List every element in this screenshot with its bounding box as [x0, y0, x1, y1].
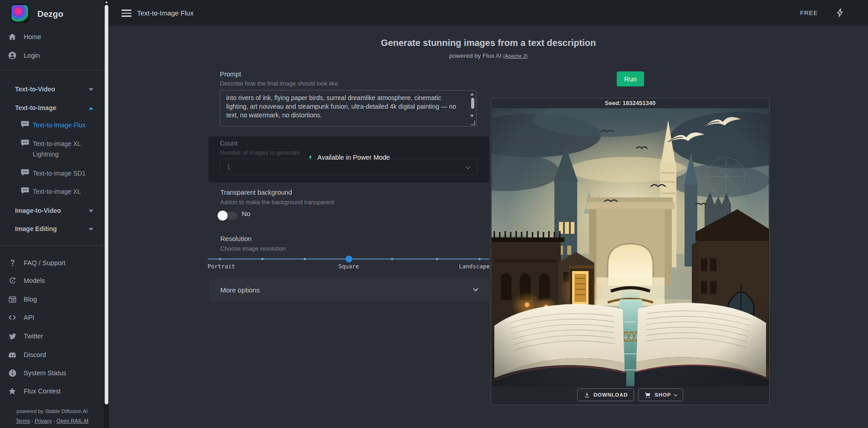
hamburger-menu-icon[interactable]	[122, 10, 132, 17]
sidebar-link-models[interactable]: Models	[0, 275, 104, 287]
chat-bubble-icon	[21, 139, 29, 146]
sidebar-link-system-status[interactable]: System Status	[0, 367, 104, 379]
power-mode-bolt-icon[interactable]	[835, 7, 845, 19]
open-rail-m-link[interactable]: Open RAIL-M	[56, 418, 88, 423]
sidebar-link-label: Models	[24, 277, 45, 284]
sidebar-section-text-to-image[interactable]: Text-to-Image	[0, 102, 104, 114]
resolution-slider[interactable]	[208, 255, 490, 263]
sidebar-link-discord[interactable]: Discord	[0, 349, 104, 361]
brand: Dezgo	[0, 0, 104, 27]
apache-license-link[interactable]: (Apache 2)	[503, 53, 528, 59]
shop-button[interactable]: SHOP	[638, 388, 683, 401]
sidebar: Dezgo Home Login Text-to-Video Text-to-I…	[0, 0, 104, 428]
textarea-scroll-down-icon[interactable]	[470, 115, 474, 117]
download-button[interactable]: DOWNLOAD	[577, 388, 634, 401]
sidebar-link-label: API	[24, 314, 34, 321]
section-label: Text-to-Image	[15, 104, 56, 111]
chat-bubble-icon	[21, 187, 29, 194]
sidebar-section-text-to-video[interactable]: Text-to-Video	[0, 84, 104, 96]
chevron-up-icon	[89, 107, 93, 110]
discord-icon	[7, 350, 17, 360]
page-title: Text-to-Image Flux	[137, 9, 193, 17]
terms-link[interactable]: Terms	[16, 418, 30, 423]
privacy-link[interactable]: Privacy	[35, 418, 52, 423]
resolution-label: Resolution	[220, 235, 252, 242]
resolution-description: Choose image resolution	[220, 245, 286, 252]
twitter-bird-icon	[7, 331, 17, 341]
nav-child-label: Text-to-image SD1	[33, 168, 89, 179]
subtitle-text: powered by Flux AI	[449, 52, 502, 59]
power-mode-badge: Available in Power Mode	[208, 153, 489, 161]
sidebar-item-home[interactable]: Home	[0, 31, 104, 43]
sidebar-link-faq[interactable]: FAQ / Support	[0, 257, 104, 269]
brand-name: Dezgo	[37, 9, 63, 19]
count-section: Count Number of images to generate 1 Ava…	[208, 136, 489, 182]
sidebar-link-label: Blog	[24, 296, 37, 303]
textarea-scroll-up-icon[interactable]	[470, 93, 474, 96]
scrollbar-thumb[interactable]	[105, 5, 108, 404]
slider-tick	[436, 258, 438, 260]
option-portrait[interactable]: Portrait	[208, 263, 235, 270]
nav-child-label: Text-to-image XL Lightning	[33, 139, 89, 160]
prompt-field-wrap: into rivers of ink, flying paper birds, …	[220, 90, 477, 126]
transparent-bg-value: No	[242, 210, 250, 217]
prompt-label: Prompt	[220, 70, 241, 78]
app-window: Dezgo Home Login Text-to-Video Text-to-I…	[0, 0, 868, 428]
sidebar-link-label: Twitter	[24, 332, 43, 340]
blog-news-icon	[7, 294, 17, 304]
lightning-bolt-icon	[308, 153, 314, 161]
more-options-accordion[interactable]: More options	[209, 279, 489, 302]
sidebar-scrollbar[interactable]	[104, 0, 109, 428]
download-icon	[584, 392, 590, 398]
page-heading: Generate stunning images from a text des…	[109, 38, 868, 48]
result-panel: Seed: 1832451340	[491, 98, 770, 405]
sidebar-item-label: Home	[24, 33, 41, 40]
sidebar-link-twitter[interactable]: Twitter	[0, 330, 104, 342]
textarea-scrollbar-thumb[interactable]	[471, 98, 474, 109]
slider-thumb[interactable]	[345, 256, 352, 262]
option-landscape[interactable]: Landscape	[459, 263, 490, 270]
question-icon	[7, 258, 17, 268]
login-person-icon	[7, 50, 17, 60]
info-icon	[7, 368, 17, 378]
result-actions: DOWNLOAD SHOP	[491, 388, 769, 401]
chevron-down-icon	[473, 286, 478, 291]
footer-separator: -	[31, 418, 33, 423]
scrollbar-up-arrow-icon[interactable]	[105, 1, 108, 3]
sidebar-link-blog[interactable]: Blog	[0, 293, 104, 305]
plan-badge: FREE	[800, 10, 818, 16]
sidebar-link-flux-contest[interactable]: Flux Contest	[0, 385, 104, 397]
cart-icon	[645, 392, 651, 398]
slider-tick	[391, 258, 393, 260]
generated-image[interactable]	[492, 108, 769, 386]
toggle-knob[interactable]	[218, 211, 228, 221]
sidebar-powered-by: powered by Stable Diffusion AI	[0, 408, 104, 414]
section-label: Image Editing	[15, 225, 57, 232]
run-button[interactable]: Run	[617, 71, 644, 86]
seed-bar: Seed: 1832451340	[491, 98, 769, 108]
sidebar-divider	[0, 70, 104, 70]
home-icon	[7, 32, 17, 42]
option-square[interactable]: Square	[338, 263, 359, 270]
slider-tick	[304, 258, 306, 260]
sidebar-link-label: System Status	[24, 369, 66, 377]
chevron-down-icon	[89, 210, 93, 212]
sidebar-link-label: FAQ / Support	[24, 259, 66, 267]
sidebar-link-label: Discord	[24, 351, 46, 358]
section-label: Image-to-Video	[15, 207, 61, 214]
code-brackets-icon	[7, 312, 17, 322]
sidebar-link-api[interactable]: API	[0, 312, 104, 323]
slider-tick	[261, 258, 264, 260]
sidebar-section-image-to-video[interactable]: Image-to-Video	[0, 205, 104, 217]
textarea-resize-handle[interactable]	[471, 121, 475, 125]
sidebar-item-label: Login	[24, 52, 40, 59]
models-refresh-icon	[7, 276, 17, 286]
sidebar-link-label: Flux Contest	[24, 388, 61, 395]
chat-bubble-icon	[21, 169, 29, 176]
prompt-input[interactable]: into rivers of ink, flying paper birds, …	[220, 90, 477, 126]
sidebar-item-login[interactable]: Login	[0, 50, 104, 61]
seed-value: Seed: 1832451340	[605, 100, 655, 106]
sidebar-footer-links: Terms - Privacy - Open RAIL-M	[0, 418, 104, 423]
sidebar-section-image-editing[interactable]: Image Editing	[0, 223, 104, 235]
prompt-description: Describe how the final image should look…	[220, 80, 338, 87]
